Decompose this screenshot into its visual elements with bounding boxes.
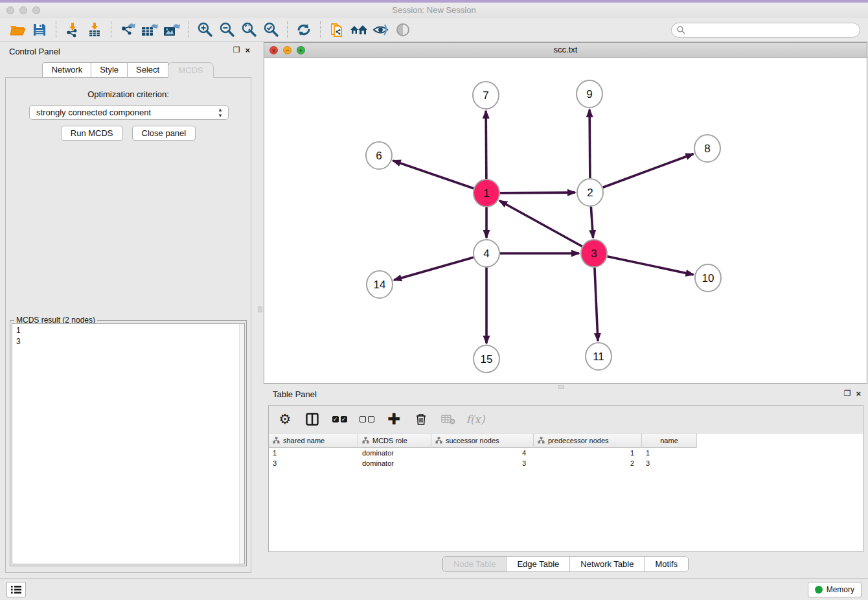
gear-icon: ⚙ <box>279 411 291 427</box>
network-canvas[interactable]: 7968124314101511 <box>264 58 867 383</box>
search-input[interactable] <box>671 23 860 38</box>
column-header-MCDS-role[interactable]: MCDS role <box>358 433 431 448</box>
hide-graphics-details-button[interactable] <box>370 20 392 40</box>
task-history-button[interactable] <box>6 582 26 597</box>
run-mcds-button[interactable]: Run MCDS <box>61 126 123 141</box>
fx-icon: f(x) <box>466 413 485 426</box>
table-cell[interactable]: dominator <box>358 458 431 468</box>
duplicate-network-button[interactable] <box>326 20 348 40</box>
mcds-buttons-row: Run MCDS Close panel <box>6 126 251 141</box>
column-header-label: shared name <box>283 437 354 444</box>
graph-edge-1-6[interactable] <box>393 161 474 189</box>
create-column-button[interactable]: ✚ <box>385 410 402 428</box>
sort-hierarchy-icon <box>273 437 280 444</box>
graph-node-label-9: 9 <box>586 88 592 100</box>
zoom-in-button[interactable] <box>194 20 216 40</box>
function-builder-button[interactable]: f(x) <box>467 410 484 428</box>
table-cell[interactable]: 3 <box>642 458 697 468</box>
result-scrollbar[interactable] <box>239 324 244 564</box>
close-panel-button[interactable]: Close panel <box>132 126 196 141</box>
column-header-successor-nodes[interactable]: successor nodes <box>431 433 534 448</box>
graph-edge-2-8[interactable] <box>603 154 694 187</box>
column-header-label: name <box>646 437 692 444</box>
export-table-button[interactable] <box>139 20 161 40</box>
zoom-out-button[interactable] <box>216 20 238 40</box>
tab-motifs[interactable]: Motifs <box>644 557 688 571</box>
graph-edge-2-9[interactable] <box>589 110 590 178</box>
zoom-selected-button[interactable] <box>260 20 282 40</box>
delete-table-button[interactable] <box>440 410 457 428</box>
memory-button[interactable]: Memory <box>808 582 862 597</box>
table-cell[interactable]: 2 <box>534 458 642 468</box>
table-cell[interactable]: 1 <box>642 448 697 458</box>
table-cell[interactable]: 4 <box>431 448 534 458</box>
tab-edge-table[interactable]: Edge Table <box>506 557 569 571</box>
table-settings-button[interactable]: ⚙ <box>277 410 293 428</box>
apply-layout-button[interactable] <box>293 20 315 40</box>
graph-edge-1-2[interactable] <box>500 192 575 193</box>
tab-mcds[interactable]: MCDS <box>168 62 213 78</box>
import-network-button[interactable] <box>62 20 84 40</box>
table-cell[interactable]: dominator <box>358 448 431 458</box>
table-cell[interactable]: 3 <box>269 458 358 468</box>
toolbar-separator <box>320 21 321 38</box>
search-icon <box>676 25 686 35</box>
delete-table-icon <box>441 413 455 425</box>
select-all-button[interactable]: ✓✓ <box>331 410 348 428</box>
splitter-grip[interactable] <box>258 306 262 312</box>
column-header-name[interactable]: name <box>642 433 697 448</box>
graph-edge-3-10[interactable] <box>608 257 694 275</box>
toolbar-separator <box>287 21 288 38</box>
import-table-button[interactable] <box>84 20 106 40</box>
graph-edge-4-14[interactable] <box>394 257 474 280</box>
graph-node-label-4: 4 <box>483 248 489 260</box>
node-table-block: ⚙ ✓✓ ✚ <box>268 405 863 552</box>
show-column-panel-button[interactable] <box>304 410 321 428</box>
tab-style[interactable]: Style <box>91 62 128 78</box>
column-header-label: successor nodes <box>446 437 529 444</box>
tab-node-table[interactable]: Node Table <box>443 557 507 571</box>
tab-network-table[interactable]: Network Table <box>569 557 644 571</box>
graph-edge-1-7[interactable] <box>486 111 486 179</box>
horizontal-splitter-grip[interactable] <box>558 385 564 389</box>
graph-edge-3-11[interactable] <box>595 268 598 341</box>
optimization-criterion-label: Optimization criterion: <box>6 89 251 99</box>
vertical-splitter[interactable] <box>257 42 264 578</box>
import-network-icon <box>65 22 80 38</box>
control-panel: Control Panel ❐ × NetworkStyleSelectMCDS… <box>0 42 257 578</box>
export-network-button[interactable] <box>117 20 139 40</box>
float-panel-icon[interactable]: ❐ <box>233 45 240 55</box>
zoom-out-icon <box>218 21 235 38</box>
memory-label: Memory <box>827 585 854 594</box>
toolbar-separator <box>188 21 188 38</box>
float-panel-icon[interactable]: ❐ <box>844 389 851 398</box>
graph-edge-2-3[interactable] <box>591 207 593 238</box>
network-window-titlebar[interactable]: x – + scc.txt <box>264 43 867 58</box>
table-row[interactable]: 1dominator411 <box>269 448 863 458</box>
columns-icon <box>306 413 319 426</box>
tab-select[interactable]: Select <box>127 62 168 78</box>
delete-column-button[interactable] <box>413 410 429 428</box>
graph-edge-3-1[interactable] <box>499 201 582 247</box>
open-session-button[interactable] <box>6 20 29 40</box>
show-graphics-details-button[interactable] <box>392 20 414 40</box>
column-header-shared-name[interactable]: shared name <box>269 433 358 448</box>
table-cell[interactable]: 1 <box>269 448 358 458</box>
save-session-button[interactable] <box>29 20 51 40</box>
table-cell[interactable]: 1 <box>534 448 642 458</box>
table-panel-window-buttons: ❐ × <box>844 389 861 398</box>
deselect-all-button[interactable] <box>358 410 375 428</box>
zoom-fit-button[interactable] <box>238 20 260 40</box>
table-row[interactable]: 3dominator323 <box>269 458 863 468</box>
table-cell[interactable]: 3 <box>431 458 534 468</box>
column-header-predecessor-nodes[interactable]: predecessor nodes <box>534 433 642 448</box>
unchecked-boxes-icon <box>360 416 374 422</box>
mcds-result-textarea[interactable]: 1 3 <box>12 323 245 564</box>
graph-node-label-15: 15 <box>481 353 493 365</box>
export-image-button[interactable] <box>161 20 183 40</box>
tab-network[interactable]: Network <box>42 62 91 78</box>
close-panel-icon[interactable]: × <box>856 389 861 398</box>
close-panel-icon[interactable]: × <box>245 45 250 55</box>
show-all-networks-button[interactable] <box>348 20 370 40</box>
criterion-dropdown[interactable]: strongly connected component ▲▼ <box>29 105 229 120</box>
